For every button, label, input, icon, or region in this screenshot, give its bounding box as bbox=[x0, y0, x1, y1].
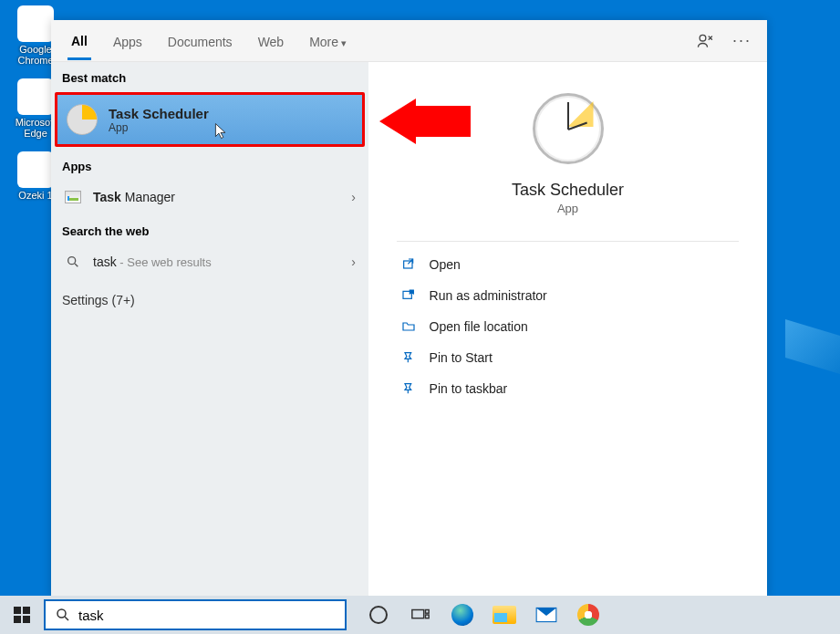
web-search-term: task bbox=[93, 255, 117, 269]
taskbar-app-explorer[interactable] bbox=[483, 596, 525, 634]
taskbar bbox=[0, 596, 840, 634]
apps-label: Apps bbox=[51, 151, 368, 179]
tab-all[interactable]: All bbox=[67, 23, 91, 60]
action-label: Pin to Start bbox=[430, 350, 493, 365]
preview-title: Task Scheduler bbox=[512, 181, 624, 200]
action-pin-taskbar[interactable]: Pin to taskbar bbox=[397, 373, 740, 404]
svg-rect-2 bbox=[403, 261, 411, 268]
windows-logo-icon bbox=[14, 607, 30, 623]
web-search-hint: - See web results bbox=[117, 255, 212, 269]
svg-point-0 bbox=[700, 35, 706, 41]
pin-icon bbox=[400, 349, 417, 366]
options-icon[interactable]: ··· bbox=[732, 31, 751, 50]
task-view-icon bbox=[410, 605, 430, 625]
svg-point-1 bbox=[68, 257, 76, 265]
svg-point-4 bbox=[57, 609, 66, 618]
pin-icon bbox=[400, 380, 417, 397]
taskbar-search-box[interactable] bbox=[44, 599, 347, 630]
action-label: Run as administrator bbox=[430, 288, 547, 303]
divider bbox=[397, 241, 740, 242]
search-icon bbox=[55, 607, 71, 623]
mail-icon bbox=[534, 603, 558, 627]
best-match-task-scheduler[interactable]: Task Scheduler App bbox=[55, 92, 365, 147]
task-scheduler-large-icon bbox=[533, 93, 604, 164]
action-label: Open bbox=[430, 257, 461, 272]
start-button[interactable] bbox=[0, 596, 44, 634]
calendar-icon bbox=[17, 151, 54, 188]
folder-icon bbox=[493, 606, 516, 624]
action-open-location[interactable]: Open file location bbox=[397, 311, 740, 342]
shield-icon bbox=[400, 287, 417, 304]
edge-icon bbox=[451, 604, 473, 626]
cortana-button[interactable] bbox=[358, 596, 399, 634]
settings-results-label[interactable]: Settings (7+) bbox=[51, 280, 368, 320]
results-column: Best match Task Scheduler App Apps Task … bbox=[51, 62, 368, 597]
result-task-manager[interactable]: Task Manager › bbox=[51, 179, 368, 215]
edge-icon bbox=[17, 78, 54, 115]
preview-subtype: App bbox=[557, 202, 578, 215]
task-scheduler-icon bbox=[67, 104, 98, 135]
folder-icon bbox=[400, 318, 417, 335]
tab-more[interactable]: More bbox=[306, 24, 350, 58]
taskbar-app-mail[interactable] bbox=[525, 596, 567, 634]
chrome-icon bbox=[17, 5, 54, 42]
decorative-tile bbox=[785, 319, 840, 374]
tab-documents[interactable]: Documents bbox=[164, 24, 236, 58]
svg-rect-5 bbox=[412, 610, 424, 618]
open-icon bbox=[400, 256, 417, 273]
task-manager-icon bbox=[64, 188, 82, 206]
task-view-button[interactable] bbox=[399, 596, 441, 634]
action-label: Pin to taskbar bbox=[430, 381, 508, 396]
result-web-search[interactable]: task - See web results › bbox=[51, 244, 368, 280]
tab-web[interactable]: Web bbox=[254, 24, 288, 58]
taskbar-app-edge[interactable] bbox=[441, 596, 483, 634]
annotation-arrow-icon bbox=[379, 99, 471, 144]
mouse-cursor-icon bbox=[214, 122, 227, 140]
chrome-icon bbox=[577, 604, 599, 626]
search-tabs: All Apps Documents Web More ··· bbox=[51, 20, 767, 62]
svg-rect-6 bbox=[426, 610, 430, 614]
action-run-admin[interactable]: Run as administrator bbox=[397, 280, 740, 311]
action-label: Open file location bbox=[430, 319, 528, 334]
search-input[interactable] bbox=[78, 608, 336, 623]
action-pin-start[interactable]: Pin to Start bbox=[397, 342, 740, 373]
taskbar-app-chrome[interactable] bbox=[567, 596, 609, 634]
search-icon bbox=[64, 253, 82, 271]
chevron-right-icon: › bbox=[351, 190, 356, 204]
svg-rect-7 bbox=[426, 615, 430, 618]
cortana-icon bbox=[369, 606, 388, 624]
best-match-subtype: App bbox=[109, 121, 209, 134]
best-match-title: Task Scheduler bbox=[109, 106, 209, 121]
action-open[interactable]: Open bbox=[397, 249, 740, 280]
chevron-right-icon: › bbox=[351, 255, 356, 269]
search-web-label: Search the web bbox=[51, 215, 368, 244]
tab-apps[interactable]: Apps bbox=[109, 24, 146, 58]
feedback-icon[interactable] bbox=[696, 32, 714, 50]
best-match-label: Best match bbox=[51, 62, 368, 90]
